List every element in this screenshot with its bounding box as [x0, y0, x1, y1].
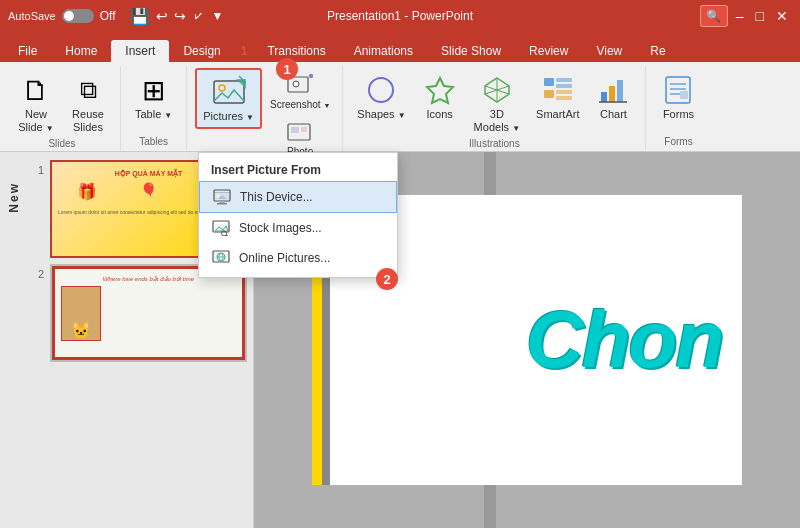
svg-rect-6: [309, 74, 313, 78]
slide-2-image[interactable]: Where love ends bắt đầu bởi time 🐱: [50, 264, 247, 362]
dropdown-item-online[interactable]: Online Pictures...: [199, 243, 397, 273]
tab-re[interactable]: Re: [636, 40, 679, 62]
chon-text: Chon: [526, 294, 722, 386]
save-icon[interactable]: 💾: [130, 7, 150, 26]
svg-rect-0: [214, 81, 244, 103]
forms-button[interactable]: Forms: [654, 68, 702, 125]
tab-insert[interactable]: Insert: [111, 40, 169, 62]
smartart-label: SmartArt: [536, 108, 579, 121]
tables-group-items: ⊞ Table ▼: [129, 68, 178, 136]
annotation-1: 1: [276, 58, 298, 80]
icons-button[interactable]: Icons: [416, 68, 464, 125]
svg-rect-21: [556, 96, 572, 100]
dropdown-header: Insert Picture From: [199, 157, 397, 181]
customize-icon[interactable]: 🗸: [192, 8, 206, 24]
search-box[interactable]: 🔍: [700, 5, 728, 27]
redo-icon[interactable]: ↪: [174, 8, 186, 24]
svg-rect-20: [556, 90, 572, 94]
svg-rect-32: [214, 192, 230, 193]
online-label: Online Pictures...: [239, 251, 330, 265]
reuse-slides-button[interactable]: ⧉ ReuseSlides: [64, 68, 112, 138]
undo-icon[interactable]: ↩: [156, 8, 168, 24]
reuse-slides-label: ReuseSlides: [72, 108, 104, 134]
slide-2-number: 2: [30, 268, 44, 280]
svg-rect-34: [217, 203, 227, 205]
tab-animations[interactable]: Animations: [340, 40, 427, 62]
svg-point-10: [369, 78, 393, 102]
svg-rect-4: [288, 77, 308, 92]
3d-models-label: 3DModels ▼: [474, 108, 520, 134]
dropdown-item-stock[interactable]: Stock Images...: [199, 213, 397, 243]
forms-group-label: Forms: [664, 136, 692, 149]
tables-group: ⊞ Table ▼ Tables: [121, 66, 187, 151]
svg-rect-22: [601, 92, 607, 102]
dropdown-item-device[interactable]: This Device...: [199, 181, 397, 213]
tab-file[interactable]: File: [4, 40, 51, 62]
photo-album-icon: [286, 118, 314, 146]
svg-rect-45: [214, 254, 228, 261]
table-button[interactable]: ⊞ Table ▼: [129, 68, 178, 125]
close-button[interactable]: ✕: [772, 6, 792, 26]
svg-marker-11: [427, 78, 453, 103]
main-area: New 1 HỘP QUÀ MÁY MẶT 🎁 🎈 🎁 Lorem ipsum …: [0, 152, 800, 528]
new-label-text: New: [7, 182, 21, 213]
tab-home[interactable]: Home: [51, 40, 111, 62]
slide-1-number: 1: [30, 164, 44, 176]
screenshot-label: Screenshot ▼: [270, 99, 330, 110]
chart-icon: [595, 72, 631, 108]
slides-group-label: Slides: [48, 138, 75, 151]
chart-button[interactable]: Chart: [589, 68, 637, 125]
3d-models-button[interactable]: 3DModels ▼: [468, 68, 526, 138]
autosave-off: Off: [100, 9, 116, 23]
tab-view[interactable]: View: [582, 40, 636, 62]
svg-point-41: [216, 224, 218, 226]
tab-slideshow[interactable]: Slide Show: [427, 40, 515, 62]
slides-group: 🗋 NewSlide ▼ ⧉ ReuseSlides Slides: [4, 66, 121, 151]
svg-rect-30: [680, 91, 688, 99]
slide-2-thumb[interactable]: 2 Where love ends bắt đầu bởi time 🐱: [30, 264, 247, 362]
tab-annotation-1: 1: [235, 40, 254, 62]
smartart-button[interactable]: SmartArt: [530, 68, 585, 125]
tab-review[interactable]: Review: [515, 40, 582, 62]
maximize-button[interactable]: □: [752, 6, 768, 26]
svg-rect-33: [219, 201, 225, 203]
forms-group-items: Forms: [654, 68, 702, 136]
svg-point-1: [219, 85, 225, 91]
stock-label: Stock Images...: [239, 221, 322, 235]
illustrations-group-label: Illustrations: [469, 138, 520, 151]
table-label: Table ▼: [135, 108, 172, 121]
window-title: Presentation1 - PowerPoint: [327, 9, 473, 23]
stock-icon: [211, 218, 231, 238]
table-icon: ⊞: [136, 72, 172, 108]
forms-label: Forms: [663, 108, 694, 121]
screenshot-button[interactable]: Screenshot ▼: [266, 68, 334, 113]
device-icon: [212, 187, 232, 207]
svg-rect-16: [544, 78, 554, 86]
ribbon-tabs: File Home Insert Design 1 Transitions An…: [0, 32, 800, 62]
new-slide-label: NewSlide ▼: [18, 108, 53, 134]
tab-transitions[interactable]: Transitions: [253, 40, 339, 62]
pictures-label: Pictures ▼: [203, 110, 254, 123]
new-slide-panel-label: New: [3, 152, 25, 242]
online-icon: [211, 248, 231, 268]
svg-rect-9: [301, 127, 307, 132]
chart-label: Chart: [600, 108, 627, 121]
new-slide-button[interactable]: 🗋 NewSlide ▼: [12, 68, 60, 138]
tables-group-label: Tables: [139, 136, 168, 149]
svg-line-43: [226, 235, 228, 236]
shapes-button[interactable]: Shapes ▼: [351, 68, 411, 125]
svg-rect-24: [617, 80, 623, 102]
quick-access-arrow[interactable]: ▼: [212, 9, 224, 23]
title-bar-left: AutoSave Off 💾 ↩ ↪ 🗸 ▼: [8, 7, 223, 26]
minimize-button[interactable]: –: [732, 6, 748, 26]
autosave-label: AutoSave: [8, 10, 56, 22]
insert-picture-dropdown: Insert Picture From This Device...: [198, 152, 398, 278]
autosave-toggle[interactable]: [62, 9, 94, 23]
device-label: This Device...: [240, 190, 313, 204]
smartart-icon: [540, 72, 576, 108]
svg-point-5: [293, 81, 299, 87]
pictures-button[interactable]: Pictures ▼: [195, 68, 262, 129]
annotation-2: 2: [376, 268, 398, 290]
tab-design[interactable]: Design: [169, 40, 234, 62]
3d-models-icon: [479, 72, 515, 108]
